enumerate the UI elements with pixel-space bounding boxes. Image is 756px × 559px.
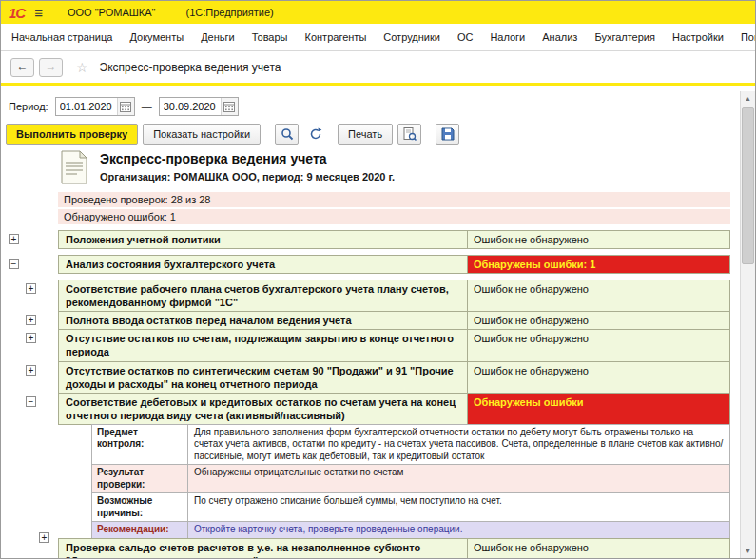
check-row: Отсутствие остатков по синтетическим сче…: [58, 361, 730, 394]
summary-checks: Проведено проверок: 28 из 28: [58, 192, 730, 207]
menu-item-os[interactable]: ОС: [449, 24, 482, 50]
check-name: Положения учетной политики: [58, 230, 468, 249]
scrollbar-thumb[interactable]: [742, 107, 754, 264]
expand-icon[interactable]: [26, 333, 36, 343]
menu-item-home[interactable]: Начальная страница: [3, 24, 121, 50]
check-row: Отсутствие остатков по счетам, подлежащи…: [58, 329, 730, 361]
check-status: Ошибок не обнаружено: [467, 311, 730, 330]
detail-row-recommendations: Рекомендации: Откройте карточку счета, п…: [58, 521, 730, 539]
detail-label: Результат проверки:: [91, 464, 188, 493]
detail-indent: [58, 521, 91, 539]
detail-indent: [58, 492, 91, 522]
report-area: Экспресс-проверка ведения учета Организа…: [5, 150, 740, 559]
menu-item-counterparties[interactable]: Контрагенты: [297, 24, 376, 50]
check-status: Ошибок не обнаружено: [467, 361, 730, 394]
navigation-bar: ← → ☆ Экспресс-проверка ведения учета: [1, 51, 755, 83]
window-company-name: ООО "РОМАШКА": [68, 7, 156, 18]
vertical-scrollbar[interactable]: ▲ ▼: [740, 91, 755, 558]
period-label: Период:: [9, 101, 48, 112]
check-status-error: Обнаружены ошибки: 1: [467, 255, 730, 274]
forward-button[interactable]: →: [39, 58, 63, 77]
document-icon: [60, 150, 88, 184]
menu-item-documents[interactable]: Документы: [121, 24, 192, 50]
calendar-icon[interactable]: [221, 98, 238, 115]
check-name: Проверка сальдо счетов расчетов в у.е. н…: [58, 538, 468, 559]
check-row: Соответствие дебетовых и кредитовых оста…: [58, 393, 730, 425]
check-row: Проверка сальдо счетов расчетов в у.е. н…: [58, 538, 730, 559]
period-to-field: [159, 97, 239, 116]
expand-icon[interactable]: [39, 532, 49, 543]
check-name: Отсутствие остатков по синтетическим сче…: [58, 361, 468, 394]
check-row: Положения учетной политики Ошибок не обн…: [58, 230, 730, 249]
period-to-input[interactable]: [160, 101, 221, 112]
detail-value: Для правильного заполнения форм бухгалте…: [187, 424, 730, 466]
1c-logo-icon: 1С: [9, 5, 25, 21]
check-row: Полнота ввода остатков перед началом вед…: [58, 311, 730, 330]
print-preview-icon[interactable]: [397, 124, 421, 145]
check-name: Соответствие рабочего плана счетов бухга…: [58, 280, 468, 312]
menu-item-money[interactable]: Деньги: [192, 24, 243, 50]
check-status: Ошибок не обнаружено: [467, 538, 730, 559]
menu-item-settings[interactable]: Настройки: [664, 24, 732, 50]
expand-icon[interactable]: [26, 315, 36, 325]
calendar-icon[interactable]: [117, 98, 134, 115]
period-dash: —: [142, 101, 152, 112]
check-group: Анализ состояния бухгалтерского учета Об…: [58, 255, 730, 274]
window-app-name: (1С:Предприятие): [185, 7, 273, 18]
detail-label: Рекомендации:: [91, 521, 188, 539]
detail-value: По счету отражено списание большей суммы…: [187, 492, 730, 522]
app-window: { "colors": { "brand_yellow": "#fde910",…: [0, 0, 756, 559]
expand-icon[interactable]: [9, 234, 19, 244]
menu-item-taxes[interactable]: Налоги: [481, 24, 533, 50]
favorite-star-icon[interactable]: ☆: [76, 60, 88, 75]
expand-icon[interactable]: [26, 365, 36, 376]
report-header: Экспресс-проверка ведения учета Организа…: [60, 150, 740, 184]
check-row: Соответствие рабочего плана счетов бухга…: [58, 280, 730, 312]
detail-indent: [58, 464, 91, 493]
main-menu-icon[interactable]: ≡: [34, 5, 43, 21]
scroll-down-icon[interactable]: ▼: [741, 544, 755, 558]
menu-item-help[interactable]: Помощь: [732, 24, 756, 50]
scroll-up-icon[interactable]: ▲: [741, 91, 755, 106]
check-name: Отсутствие остатков по счетам, подлежащи…: [58, 329, 468, 361]
check-status-error: Обнаружены ошибки: [467, 393, 730, 425]
period-row: Период: —: [1, 94, 239, 119]
report-toolbar: Выполнить проверку Показать настройки Пе…: [1, 121, 459, 146]
main-menubar: Начальная страница Документы Деньги Това…: [1, 24, 755, 51]
detail-value: Откройте карточку счета, проверьте прове…: [187, 521, 730, 539]
check-status: Ошибок не обнаружено: [467, 280, 730, 312]
search-icon[interactable]: [275, 124, 299, 145]
run-check-button[interactable]: Выполнить проверку: [6, 124, 138, 145]
collapse-icon[interactable]: [9, 259, 19, 269]
menu-item-accounting[interactable]: Бухгалтерия: [586, 24, 664, 50]
summary-errors: Обнаружено ошибок: 1: [58, 209, 730, 224]
detail-row-result: Результат проверки: Обнаружены отрицател…: [58, 464, 730, 493]
menu-item-analysis[interactable]: Анализ: [533, 24, 586, 50]
refresh-icon[interactable]: [303, 124, 327, 145]
save-icon[interactable]: [436, 124, 459, 145]
check-status: Ошибок не обнаружено: [467, 329, 730, 361]
window-titlebar: 1С ≡ ООО "РОМАШКА" (1С:Предприятие): [1, 1, 755, 24]
detail-label: Предмет контроля:: [91, 424, 188, 466]
print-button[interactable]: Печать: [338, 124, 393, 145]
separator-line: [1, 83, 755, 86]
collapse-icon[interactable]: [26, 396, 36, 407]
report-org-line: Организация: РОМАШКА ООО, период: 9 меся…: [100, 171, 395, 183]
check-group: Положения учетной политики Ошибок не обн…: [58, 230, 730, 249]
menu-item-employees[interactable]: Сотрудники: [375, 24, 449, 50]
period-from-input[interactable]: [56, 101, 117, 112]
detail-label: Возможные причины:: [91, 492, 188, 522]
check-row: Анализ состояния бухгалтерского учета Об…: [58, 255, 730, 274]
menu-item-goods[interactable]: Товары: [243, 24, 297, 50]
check-name: Соответствие дебетовых и кредитовых оста…: [58, 393, 468, 425]
check-name: Полнота ввода остатков перед началом вед…: [58, 311, 468, 330]
back-button[interactable]: ←: [10, 58, 34, 77]
show-settings-button[interactable]: Показать настройки: [143, 124, 261, 145]
detail-value: Обнаружены отрицательные остатки по счет…: [187, 464, 730, 493]
page-title: Экспресс-проверка ведения учета: [100, 61, 281, 74]
detail-row-subject: Предмет контроля: Для правильного заполн…: [58, 424, 730, 466]
report-title: Экспресс-проверка ведения учета: [100, 151, 395, 166]
expand-icon[interactable]: [26, 283, 36, 294]
detail-indent: [58, 424, 91, 466]
detail-row-causes: Возможные причины: По счету отражено спи…: [58, 492, 730, 522]
